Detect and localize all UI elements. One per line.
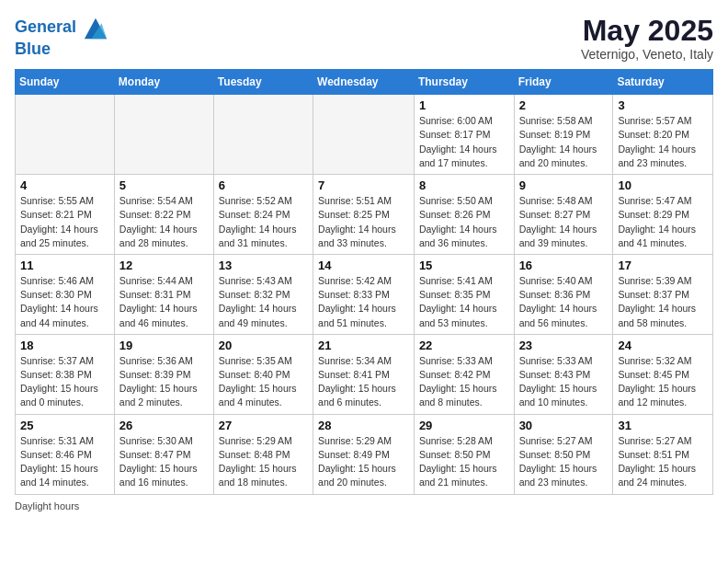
day-number: 9 — [519, 178, 609, 192]
day-number: 4 — [20, 178, 109, 192]
day-info: Sunrise: 5:52 AM Sunset: 8:24 PM Dayligh… — [219, 194, 308, 250]
page-header: General Blue May 2025 Veternigo, Veneto,… — [15, 15, 713, 62]
calendar-header-row: SundayMondayTuesdayWednesdayThursdayFrid… — [16, 70, 713, 95]
day-info: Sunrise: 5:29 AM Sunset: 8:49 PM Dayligh… — [318, 434, 409, 490]
calendar-cell: 25Sunrise: 5:31 AM Sunset: 8:46 PM Dayli… — [16, 414, 115, 494]
day-number: 6 — [219, 178, 308, 192]
day-number: 20 — [219, 339, 308, 352]
calendar-cell: 3Sunrise: 5:57 AM Sunset: 8:20 PM Daylig… — [613, 95, 713, 175]
calendar-cell: 24Sunrise: 5:32 AM Sunset: 8:45 PM Dayli… — [613, 334, 713, 414]
day-info: Sunrise: 5:33 AM Sunset: 8:43 PM Dayligh… — [519, 354, 609, 410]
day-number: 26 — [119, 419, 209, 432]
logo-icon — [83, 15, 108, 40]
day-info: Sunrise: 5:55 AM Sunset: 8:21 PM Dayligh… — [20, 194, 109, 250]
day-number: 8 — [419, 178, 509, 192]
calendar-cell — [114, 95, 213, 175]
day-info: Sunrise: 5:57 AM Sunset: 8:20 PM Dayligh… — [618, 114, 708, 170]
calendar-day-header: Tuesday — [213, 70, 313, 95]
day-number: 15 — [419, 259, 509, 272]
calendar-cell — [313, 95, 415, 175]
day-number: 23 — [519, 339, 609, 352]
day-info: Sunrise: 5:44 AM Sunset: 8:31 PM Dayligh… — [119, 274, 209, 330]
day-info: Sunrise: 5:30 AM Sunset: 8:47 PM Dayligh… — [119, 434, 209, 490]
day-info: Sunrise: 5:50 AM Sunset: 8:26 PM Dayligh… — [419, 194, 509, 250]
day-info: Sunrise: 5:35 AM Sunset: 8:40 PM Dayligh… — [219, 354, 308, 410]
day-number: 12 — [119, 259, 209, 272]
day-info: Sunrise: 5:29 AM Sunset: 8:48 PM Dayligh… — [219, 434, 308, 490]
day-number: 3 — [618, 98, 708, 112]
day-number: 11 — [20, 259, 109, 272]
calendar-cell: 8Sunrise: 5:50 AM Sunset: 8:26 PM Daylig… — [414, 175, 514, 255]
day-info: Sunrise: 5:36 AM Sunset: 8:39 PM Dayligh… — [119, 354, 209, 410]
calendar-week-row: 11Sunrise: 5:46 AM Sunset: 8:30 PM Dayli… — [16, 254, 713, 334]
calendar-cell: 27Sunrise: 5:29 AM Sunset: 8:48 PM Dayli… — [213, 414, 313, 494]
calendar-cell: 4Sunrise: 5:55 AM Sunset: 8:21 PM Daylig… — [16, 175, 115, 255]
calendar-cell: 13Sunrise: 5:43 AM Sunset: 8:32 PM Dayli… — [213, 254, 313, 334]
day-info: Sunrise: 5:28 AM Sunset: 8:50 PM Dayligh… — [419, 434, 509, 490]
calendar-cell: 9Sunrise: 5:48 AM Sunset: 8:27 PM Daylig… — [514, 175, 613, 255]
calendar-cell: 29Sunrise: 5:28 AM Sunset: 8:50 PM Dayli… — [414, 414, 514, 494]
calendar-cell: 23Sunrise: 5:33 AM Sunset: 8:43 PM Dayli… — [514, 334, 613, 414]
calendar-cell: 26Sunrise: 5:30 AM Sunset: 8:47 PM Dayli… — [114, 414, 213, 494]
day-info: Sunrise: 5:27 AM Sunset: 8:50 PM Dayligh… — [519, 434, 609, 490]
calendar-cell: 19Sunrise: 5:36 AM Sunset: 8:39 PM Dayli… — [114, 334, 213, 414]
calendar-cell: 30Sunrise: 5:27 AM Sunset: 8:50 PM Dayli… — [514, 414, 613, 494]
calendar-week-row: 4Sunrise: 5:55 AM Sunset: 8:21 PM Daylig… — [16, 175, 713, 255]
day-number: 5 — [119, 178, 209, 192]
calendar-cell: 17Sunrise: 5:39 AM Sunset: 8:37 PM Dayli… — [613, 254, 713, 334]
day-number: 18 — [20, 339, 109, 352]
day-info: Sunrise: 6:00 AM Sunset: 8:17 PM Dayligh… — [419, 114, 509, 170]
day-number: 31 — [618, 419, 708, 432]
calendar-cell: 20Sunrise: 5:35 AM Sunset: 8:40 PM Dayli… — [213, 334, 313, 414]
calendar-cell — [213, 95, 313, 175]
day-number: 25 — [20, 419, 109, 432]
calendar-cell: 5Sunrise: 5:54 AM Sunset: 8:22 PM Daylig… — [114, 175, 213, 255]
day-number: 7 — [318, 178, 409, 192]
footer-note: Daylight hours — [15, 500, 713, 511]
day-number: 27 — [219, 419, 308, 432]
day-info: Sunrise: 5:34 AM Sunset: 8:41 PM Dayligh… — [318, 354, 409, 410]
day-number: 29 — [419, 419, 509, 432]
day-info: Sunrise: 5:54 AM Sunset: 8:22 PM Dayligh… — [119, 194, 209, 250]
day-number: 2 — [519, 98, 609, 112]
day-info: Sunrise: 5:42 AM Sunset: 8:33 PM Dayligh… — [318, 274, 409, 330]
day-number: 13 — [219, 259, 308, 272]
calendar-day-header: Thursday — [414, 70, 514, 95]
day-info: Sunrise: 5:43 AM Sunset: 8:32 PM Dayligh… — [219, 274, 308, 330]
calendar-cell: 12Sunrise: 5:44 AM Sunset: 8:31 PM Dayli… — [114, 254, 213, 334]
title-block: May 2025 Veternigo, Veneto, Italy — [581, 15, 713, 62]
calendar-cell: 22Sunrise: 5:33 AM Sunset: 8:42 PM Dayli… — [414, 334, 514, 414]
calendar-cell: 11Sunrise: 5:46 AM Sunset: 8:30 PM Dayli… — [16, 254, 115, 334]
calendar-week-row: 1Sunrise: 6:00 AM Sunset: 8:17 PM Daylig… — [16, 95, 713, 175]
day-info: Sunrise: 5:48 AM Sunset: 8:27 PM Dayligh… — [519, 194, 609, 250]
calendar-cell: 10Sunrise: 5:47 AM Sunset: 8:29 PM Dayli… — [613, 175, 713, 255]
day-number: 28 — [318, 419, 409, 432]
calendar-cell — [16, 95, 115, 175]
day-number: 14 — [318, 259, 409, 272]
day-info: Sunrise: 5:39 AM Sunset: 8:37 PM Dayligh… — [618, 274, 708, 330]
day-number: 21 — [318, 339, 409, 352]
day-info: Sunrise: 5:58 AM Sunset: 8:19 PM Dayligh… — [519, 114, 609, 170]
day-number: 17 — [618, 259, 708, 272]
calendar-cell: 15Sunrise: 5:41 AM Sunset: 8:35 PM Dayli… — [414, 254, 514, 334]
calendar-cell: 14Sunrise: 5:42 AM Sunset: 8:33 PM Dayli… — [313, 254, 415, 334]
day-info: Sunrise: 5:41 AM Sunset: 8:35 PM Dayligh… — [419, 274, 509, 330]
calendar-cell: 16Sunrise: 5:40 AM Sunset: 8:36 PM Dayli… — [514, 254, 613, 334]
calendar-cell: 28Sunrise: 5:29 AM Sunset: 8:49 PM Dayli… — [313, 414, 415, 494]
calendar-table: SundayMondayTuesdayWednesdayThursdayFrid… — [15, 69, 713, 494]
day-info: Sunrise: 5:40 AM Sunset: 8:36 PM Dayligh… — [519, 274, 609, 330]
calendar-cell: 6Sunrise: 5:52 AM Sunset: 8:24 PM Daylig… — [213, 175, 313, 255]
day-info: Sunrise: 5:32 AM Sunset: 8:45 PM Dayligh… — [618, 354, 708, 410]
day-number: 10 — [618, 178, 708, 192]
calendar-day-header: Friday — [514, 70, 613, 95]
calendar-week-row: 25Sunrise: 5:31 AM Sunset: 8:46 PM Dayli… — [16, 414, 713, 494]
calendar-cell: 1Sunrise: 6:00 AM Sunset: 8:17 PM Daylig… — [414, 95, 514, 175]
calendar-cell: 2Sunrise: 5:58 AM Sunset: 8:19 PM Daylig… — [514, 95, 613, 175]
calendar-cell: 18Sunrise: 5:37 AM Sunset: 8:38 PM Dayli… — [16, 334, 115, 414]
calendar-week-row: 18Sunrise: 5:37 AM Sunset: 8:38 PM Dayli… — [16, 334, 713, 414]
day-info: Sunrise: 5:31 AM Sunset: 8:46 PM Dayligh… — [20, 434, 109, 490]
day-info: Sunrise: 5:27 AM Sunset: 8:51 PM Dayligh… — [618, 434, 708, 490]
day-number: 24 — [618, 339, 708, 352]
day-info: Sunrise: 5:51 AM Sunset: 8:25 PM Dayligh… — [318, 194, 409, 250]
calendar-day-header: Saturday — [613, 70, 713, 95]
